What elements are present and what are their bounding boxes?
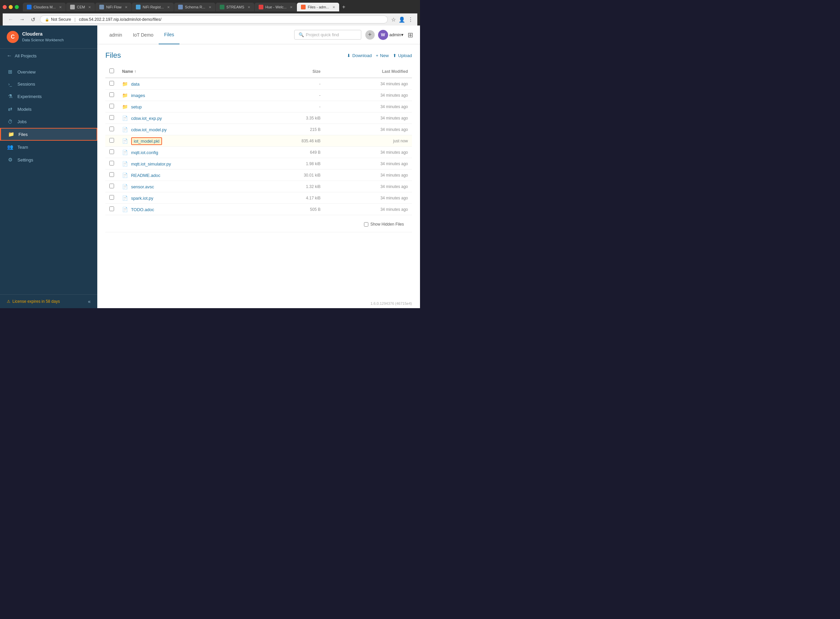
- sidebar-item-sessions[interactable]: ›_ Sessions: [0, 78, 97, 90]
- tab-files[interactable]: Files - adm... ✕: [297, 3, 339, 11]
- breadcrumb-files[interactable]: Files: [159, 25, 179, 44]
- show-hidden-files[interactable]: Show Hidden Files: [262, 218, 408, 229]
- lock-icon: 🔒: [45, 18, 49, 21]
- file-icon: 📄: [122, 161, 128, 166]
- table-row: 📄 mqtt.iot_simulator.py 1.98 kiB 34 minu…: [105, 158, 412, 169]
- sidebar-item-files[interactable]: 📁 Files: [0, 128, 97, 141]
- new-button[interactable]: + New: [376, 53, 389, 58]
- sidebar-item-jobs[interactable]: ⏱ Jobs: [0, 115, 97, 128]
- file-link-setup[interactable]: setup: [131, 105, 142, 109]
- bookmark-icon[interactable]: ☆: [391, 16, 396, 23]
- address-field[interactable]: 🔒 Not Secure | cdsw.54.202.2.197.nip.io/…: [40, 15, 388, 24]
- collapse-sidebar-button[interactable]: «: [88, 299, 91, 304]
- tab-favicon-nifi-reg: [136, 5, 140, 9]
- row-checkbox-data[interactable]: [109, 81, 114, 85]
- experiments-icon: ⚗: [7, 93, 13, 99]
- file-modified-images: 34 minutes ago: [324, 90, 412, 101]
- row-checkbox-spark[interactable]: [109, 195, 114, 200]
- row-checkbox-setup[interactable]: [109, 104, 114, 108]
- back-button[interactable]: ←: [7, 16, 15, 23]
- sidebar-item-experiments[interactable]: ⚗ Experiments: [0, 90, 97, 103]
- select-all-checkbox[interactable]: [109, 69, 114, 73]
- file-link-readme[interactable]: README.adoc: [131, 173, 160, 178]
- main-content: admin IoT Demo Files 🔍 Project quick fin…: [97, 25, 420, 308]
- row-checkbox-cdsw-exp[interactable]: [109, 115, 114, 120]
- minimize-window-btn[interactable]: [9, 5, 13, 9]
- close-window-btn[interactable]: [3, 5, 7, 9]
- sidebar-item-settings[interactable]: ⚙ Settings: [0, 153, 97, 166]
- all-projects-label: All Projects: [15, 53, 37, 58]
- sidebar-item-team[interactable]: 👥 Team: [0, 141, 97, 153]
- file-icon: 📄: [122, 115, 128, 121]
- file-link-images[interactable]: images: [131, 93, 145, 98]
- row-checkbox-mqtt-config[interactable]: [109, 150, 114, 154]
- breadcrumb-admin[interactable]: admin: [104, 25, 127, 44]
- tab-close-hue[interactable]: ✕: [290, 5, 292, 9]
- header-name-col[interactable]: Name ↑: [118, 65, 258, 78]
- tab-streams[interactable]: STREAMS ✕: [216, 3, 254, 11]
- address-bar: ← → ↺ 🔒 Not Secure | cdsw.54.202.2.197.n…: [3, 13, 417, 25]
- file-link-mqtt-sim[interactable]: mqtt.iot_simulator.py: [131, 161, 171, 166]
- address-separator: |: [75, 17, 76, 22]
- search-icon: 🔍: [298, 32, 304, 37]
- file-link-iot-model[interactable]: iot_model.pkl: [131, 137, 163, 145]
- file-link-data[interactable]: data: [131, 82, 140, 87]
- row-checkbox-todo[interactable]: [109, 206, 114, 211]
- file-size-sensor: 1.32 kiB: [258, 181, 324, 192]
- file-link-cdsw-model[interactable]: cdsw.iot_model.py: [131, 127, 167, 132]
- version-info: 1.6.0.1294376 (46715e4): [97, 299, 420, 308]
- file-link-todo[interactable]: TODO.adoc: [131, 207, 154, 212]
- user-account-icon[interactable]: 👤: [398, 16, 405, 23]
- user-menu[interactable]: admin▾: [389, 32, 404, 37]
- tab-schema[interactable]: Schema R... ✕: [174, 3, 215, 11]
- tab-close-nifi-reg[interactable]: ✕: [167, 5, 170, 9]
- menu-icon[interactable]: ⋮: [408, 16, 413, 23]
- breadcrumb-iotdemo[interactable]: IoT Demo: [127, 25, 159, 44]
- row-checkbox-readme[interactable]: [109, 172, 114, 177]
- grid-view-button[interactable]: ⊞: [407, 31, 413, 39]
- sidebar-item-overview[interactable]: ⊞ Overview: [0, 66, 97, 78]
- row-checkbox-images[interactable]: [109, 92, 114, 97]
- reload-button[interactable]: ↺: [30, 16, 37, 24]
- search-placeholder: Project quick find: [306, 32, 339, 37]
- tab-cloudera[interactable]: Cloudera M... ✕: [23, 3, 66, 11]
- tab-cem[interactable]: CEM ✕: [66, 3, 95, 11]
- file-link-sensor[interactable]: sensor.avsc: [131, 184, 154, 189]
- row-checkbox-iot-model[interactable]: [109, 138, 114, 143]
- browser-chrome: Cloudera M... ✕ CEM ✕ NiFi Flow ✕ NiFi R…: [0, 0, 420, 25]
- sessions-icon: ›_: [7, 82, 13, 87]
- tab-nifi-reg[interactable]: NiFi Regist... ✕: [132, 3, 174, 11]
- tab-nifi-flow[interactable]: NiFi Flow ✕: [95, 3, 131, 11]
- file-link-spark[interactable]: spark.iot.py: [131, 196, 153, 201]
- file-link-cdsw-exp[interactable]: cdsw.iot_exp.py: [131, 116, 162, 121]
- table-row: 📄 TODO.adoc 505 B 34 minutes ago: [105, 204, 412, 215]
- tab-close-files[interactable]: ✕: [333, 5, 335, 9]
- tab-close-schema[interactable]: ✕: [209, 5, 211, 9]
- file-link-mqtt-config[interactable]: mqtt.iot.config: [131, 150, 158, 155]
- tab-hue[interactable]: Hue - Welc... ✕: [255, 3, 297, 11]
- add-button[interactable]: +: [365, 30, 375, 40]
- tab-title-hue: Hue - Welc...: [266, 5, 286, 9]
- download-icon: ⬇: [347, 53, 351, 58]
- file-modified-mqtt-sim: 34 minutes ago: [324, 158, 412, 169]
- project-search[interactable]: 🔍 Project quick find: [294, 30, 361, 40]
- download-button[interactable]: ⬇ Download: [347, 53, 372, 58]
- file-modified-iot-model: just now: [324, 135, 412, 147]
- new-tab-button[interactable]: +: [340, 3, 348, 11]
- show-hidden-checkbox[interactable]: [364, 222, 369, 227]
- row-checkbox-sensor[interactable]: [109, 184, 114, 188]
- forward-button[interactable]: →: [18, 16, 26, 23]
- new-icon: +: [376, 53, 378, 58]
- sidebar-item-models[interactable]: ⇄ Models: [0, 103, 97, 115]
- tab-close-cloudera[interactable]: ✕: [59, 5, 62, 9]
- file-modified-mqtt-config: 34 minutes ago: [324, 147, 412, 158]
- all-projects-link[interactable]: ← All Projects: [0, 49, 97, 63]
- tab-close-cem[interactable]: ✕: [88, 5, 91, 9]
- tab-title-streams: STREAMS: [227, 5, 244, 9]
- tab-close-nifi-flow[interactable]: ✕: [125, 5, 127, 9]
- maximize-window-btn[interactable]: [15, 5, 19, 9]
- tab-close-streams[interactable]: ✕: [248, 5, 250, 9]
- row-checkbox-mqtt-sim[interactable]: [109, 161, 114, 166]
- row-checkbox-cdsw-model[interactable]: [109, 127, 114, 131]
- upload-button[interactable]: ⬆ Upload: [393, 53, 412, 58]
